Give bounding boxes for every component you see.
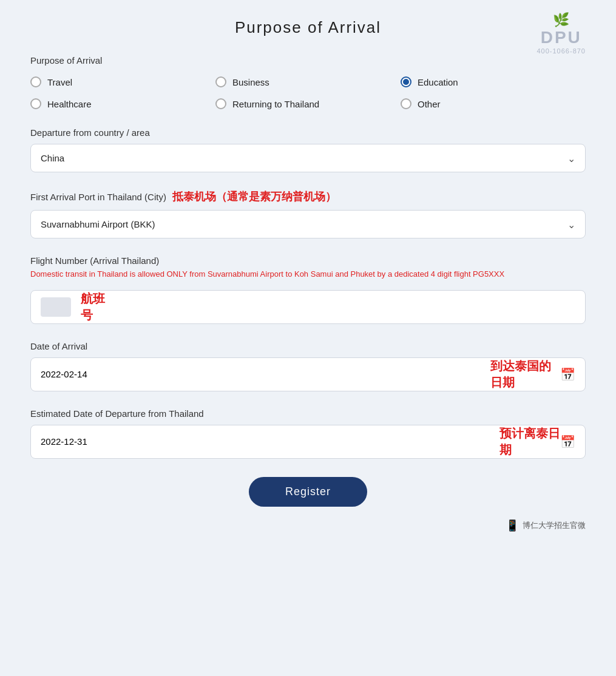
register-button[interactable]: Register [249, 477, 367, 507]
date-departure-label: Estimated Date of Departure from Thailan… [30, 408, 586, 419]
flight-label-row: Flight Number (Arrival Thailand) Domesti… [30, 255, 586, 286]
date-arrival-group: Date of Arrival 到达泰国的日期 📅 [30, 341, 586, 391]
page-title: Purpose of Arrival [30, 18, 586, 37]
dpu-logo-icon: 🌿 [536, 12, 586, 28]
radio-circle-business[interactable] [215, 76, 226, 87]
flight-number-group: Flight Number (Arrival Thailand) Domesti… [30, 255, 586, 324]
radio-travel[interactable]: Travel [30, 76, 215, 87]
date-arrival-annotation: 到达泰国的日期 [490, 358, 560, 391]
date-departure-annotation: 预计离泰日期 [499, 425, 560, 458]
arrival-port-label: First Arrival Port in Thailand (City) [30, 192, 166, 202]
radio-business[interactable]: Business [215, 76, 401, 87]
purpose-radio-group: Travel Business Education Healthcare Ret… [30, 76, 586, 109]
radio-education[interactable]: Education [401, 76, 586, 87]
departure-group: Departure from country / area China Japa… [30, 127, 586, 172]
departure-label: Departure from country / area [30, 127, 586, 138]
arrival-port-label-row: First Arrival Port in Thailand (City) 抵泰… [30, 189, 586, 204]
arrival-port-select-wrapper[interactable]: Suvarnabhumi Airport (BKK) Don Mueang Ai… [30, 210, 586, 238]
radio-label-travel: Travel [47, 77, 72, 87]
arrival-port-select[interactable]: Suvarnabhumi Airport (BKK) Don Mueang Ai… [31, 211, 585, 238]
header: Purpose of Arrival 🌿 DPU 400-1066-870 [30, 18, 586, 37]
radio-circle-healthcare[interactable] [30, 98, 41, 109]
radio-label-business: Business [232, 77, 269, 87]
flight-number-label: Flight Number (Arrival Thailand) [30, 255, 159, 266]
date-departure-calendar-icon[interactable]: 📅 [560, 434, 575, 449]
dpu-logo-text: DPU [536, 28, 586, 47]
dpu-logo-sub: 400-1066-870 [536, 47, 586, 55]
radio-circle-education[interactable] [401, 76, 411, 87]
date-departure-group: Estimated Date of Departure from Thailan… [30, 408, 586, 459]
purpose-section-label: Purpose of Arrival [30, 55, 586, 66]
flight-thumb-image [41, 297, 71, 317]
date-arrival-calendar-icon[interactable]: 📅 [560, 367, 575, 382]
radio-circle-other[interactable] [401, 98, 411, 109]
arrival-port-annotation: 抵泰机场（通常是素万纳普机场） [172, 189, 336, 204]
flight-number-input[interactable] [112, 293, 575, 320]
radio-label-returning: Returning to Thailand [232, 99, 319, 109]
arrival-port-group: First Arrival Port in Thailand (City) 抵泰… [30, 189, 586, 238]
wechat-icon: 📱 [506, 519, 519, 532]
date-departure-input-wrapper[interactable]: 预计离泰日期 📅 [30, 425, 586, 459]
date-arrival-input-wrapper[interactable]: 到达泰国的日期 📅 [30, 357, 586, 391]
radio-circle-travel[interactable] [30, 76, 41, 87]
radio-circle-returning[interactable] [215, 98, 226, 109]
date-arrival-label: Date of Arrival [30, 341, 586, 351]
radio-label-healthcare: Healthcare [47, 99, 92, 109]
logo-area: 🌿 DPU 400-1066-870 [536, 12, 586, 55]
date-departure-input[interactable] [41, 428, 487, 455]
flight-input-wrapper[interactable]: 航班号 [30, 290, 586, 324]
radio-healthcare[interactable]: Healthcare [30, 98, 215, 109]
footer-wechat: 📱 博仁大学招生官微 [30, 519, 586, 532]
wechat-label: 博仁大学招生官微 [523, 520, 586, 531]
radio-other[interactable]: Other [401, 98, 586, 109]
departure-select[interactable]: China Japan USA UK Other [31, 144, 585, 172]
flight-notice-text: Domestic transit in Thailand is allowed … [30, 268, 504, 280]
radio-label-other: Other [418, 99, 441, 109]
radio-returning[interactable]: Returning to Thailand [215, 98, 401, 109]
departure-select-wrapper[interactable]: China Japan USA UK Other ⌄ [30, 144, 586, 172]
date-arrival-input[interactable] [41, 360, 478, 388]
radio-label-education: Education [418, 77, 458, 87]
flight-annotation: 航班号 [81, 291, 112, 323]
